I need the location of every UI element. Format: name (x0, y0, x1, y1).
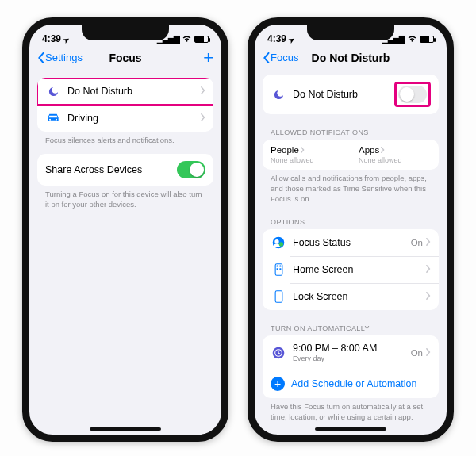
row-label: Do Not Disturb (293, 89, 394, 100)
back-button[interactable]: Focus (263, 52, 298, 63)
group-footer: Focus silences alerts and notifications. (37, 132, 213, 146)
row-label: Lock Screen (293, 291, 426, 302)
svg-rect-3 (275, 264, 282, 276)
svg-rect-6 (276, 269, 278, 270)
row-label: Share Across Devices (45, 164, 177, 175)
home-indicator[interactable] (315, 427, 386, 431)
notch (82, 25, 169, 40)
phone-dnd-detail: 4:39 ➤ ▁▃▅▇ Focus Do Not Disturb Do N (248, 17, 454, 442)
home-indicator[interactable] (90, 427, 161, 431)
home-screen-icon (271, 263, 286, 276)
moon-icon (271, 89, 286, 101)
row-do-not-disturb[interactable]: Do Not Disturb (37, 78, 213, 105)
group-header: OPTIONS (263, 212, 439, 229)
row-add-schedule[interactable]: + Add Schedule or Automation (263, 370, 439, 398)
allowed-people-label: People (271, 145, 299, 155)
row-label: Focus Status (293, 237, 411, 248)
add-label: Add Schedule or Automation (291, 378, 431, 389)
battery-icon (420, 36, 434, 43)
add-focus-button[interactable]: + (203, 52, 213, 63)
car-icon (45, 113, 61, 123)
schedule-time: 9:00 PM – 8:00 AM (293, 343, 411, 354)
nav-bar: Settings Focus + (29, 48, 221, 70)
battery-icon (194, 36, 209, 43)
allowed-people-value: None allowed (271, 156, 343, 164)
group-footer: Turning a Focus on for this device will … (37, 186, 213, 210)
row-dnd-toggle: Do Not Disturb (263, 75, 439, 114)
highlight-box (394, 82, 431, 107)
schedule-sub: Every day (293, 354, 411, 362)
chevron-right-icon (201, 86, 205, 97)
chevron-right-icon (426, 291, 431, 302)
moon-icon (45, 86, 61, 98)
dnd-toggle[interactable] (398, 86, 427, 103)
row-focus-status[interactable]: Focus Status On (263, 229, 439, 256)
back-button[interactable]: Settings (37, 52, 83, 63)
svg-point-1 (274, 239, 278, 243)
chevron-right-icon (426, 264, 431, 275)
allowed-people[interactable]: People None allowed (263, 140, 351, 170)
chevron-right-icon (426, 347, 431, 358)
svg-point-2 (279, 243, 283, 247)
row-label: Driving (67, 113, 201, 124)
svg-rect-8 (275, 291, 282, 303)
row-share-across-devices[interactable]: Share Across Devices (37, 154, 213, 186)
nav-bar: Focus Do Not Disturb (255, 48, 447, 70)
row-schedule[interactable]: 9:00 PM – 8:00 AM Every day On (263, 335, 439, 370)
allowed-apps-value: None allowed (359, 156, 431, 164)
svg-rect-7 (279, 269, 281, 270)
phone-focus-list: 4:39 ➤ ▁▃▅▇ Settings Focus + Do Not Di (22, 17, 228, 442)
chevron-right-icon (201, 113, 205, 124)
row-driving[interactable]: Driving (37, 105, 213, 132)
chevron-right-icon (426, 237, 431, 248)
group-footer: Allow calls and notifications from peopl… (263, 170, 439, 204)
plus-circle-icon: + (271, 377, 285, 391)
notch (307, 25, 394, 40)
status-time: 4:39 (267, 33, 286, 44)
row-label: Home Screen (293, 264, 426, 275)
allowed-apps-label: Apps (359, 145, 379, 155)
back-label: Settings (45, 52, 83, 63)
wifi-icon (407, 35, 417, 43)
row-detail: On (411, 348, 423, 358)
group-footer: Have this Focus turn on automatically at… (263, 398, 439, 423)
row-detail: On (411, 238, 423, 247)
lock-screen-icon (271, 290, 286, 303)
wifi-icon (182, 35, 192, 43)
row-lock-screen[interactable]: Lock Screen (263, 283, 439, 310)
row-home-screen[interactable]: Home Screen (263, 256, 439, 283)
allowed-apps[interactable]: Apps None allowed (351, 140, 439, 170)
status-time: 4:39 (42, 33, 61, 44)
focus-status-icon (271, 236, 286, 249)
svg-rect-5 (279, 266, 281, 267)
back-label: Focus (271, 52, 298, 63)
row-label: Do Not Disturb (67, 86, 201, 97)
clock-icon (271, 347, 286, 359)
svg-rect-4 (276, 266, 278, 267)
group-header: ALLOWED NOTIFICATIONS (263, 122, 439, 140)
share-toggle[interactable] (177, 161, 205, 178)
group-header: TURN ON AUTOMATICALLY (263, 318, 439, 335)
